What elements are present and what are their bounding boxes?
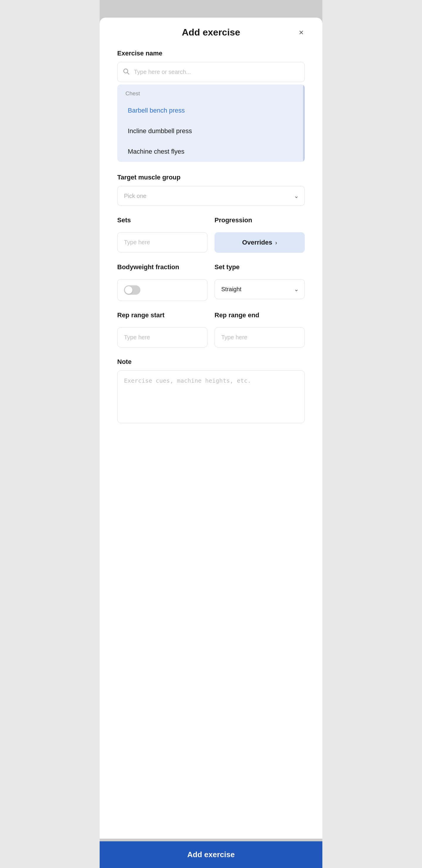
target-muscle-label: Target muscle group (117, 174, 305, 181)
exercise-name-label: Exercise name (117, 50, 305, 57)
target-muscle-wrapper: Pick one Chest Back Shoulders Arms Legs … (117, 186, 305, 206)
target-muscle-section: Target muscle group Pick one Chest Back … (117, 174, 305, 206)
bodyweight-group: Bodyweight fraction (117, 264, 207, 301)
progression-group: Progression Overrides › (215, 216, 305, 253)
overrides-button-label: Overrides (242, 239, 272, 246)
dropdown-item-incline-dumbbell[interactable]: Incline dumbbell press (120, 121, 302, 141)
dropdown-category: Chest (117, 85, 305, 100)
rep-range-start-label: Rep range start (117, 311, 207, 319)
close-button[interactable]: × (298, 27, 305, 38)
bodyweight-label: Bodyweight fraction (117, 264, 207, 271)
sets-progression-row: Sets Progression Overrides › (117, 216, 305, 253)
dropdown-item-machine-chest[interactable]: Machine chest flyes (120, 141, 302, 162)
search-icon (123, 68, 130, 76)
note-label: Note (117, 358, 305, 366)
note-section: Note (117, 358, 305, 424)
svg-line-1 (128, 72, 129, 74)
set-type-label: Set type (215, 264, 305, 271)
add-exercise-button[interactable]: Add exercise (100, 841, 322, 868)
toggle-thumb (125, 286, 132, 294)
exercise-search-input[interactable] (117, 62, 305, 82)
rep-range-start-input[interactable] (117, 327, 207, 347)
modal-title: Add exercise (182, 27, 240, 38)
note-textarea[interactable] (117, 370, 305, 423)
rep-range-end-group: Rep range end (215, 311, 305, 347)
sets-input[interactable] (117, 232, 207, 252)
chevron-right-icon: › (275, 239, 277, 246)
sets-label: Sets (117, 216, 207, 224)
rep-range-end-input[interactable] (215, 327, 305, 347)
set-type-group: Set type Straight Drop set Super set Gia… (215, 264, 305, 301)
dropdown-item-barbell-bench-press[interactable]: Barbell bench press (120, 100, 302, 121)
progression-label: Progression (215, 216, 305, 224)
overrides-button[interactable]: Overrides › (215, 232, 305, 253)
bodyweight-settype-row: Bodyweight fraction Set type Straight Dr… (117, 264, 305, 301)
rep-range-end-label: Rep range end (215, 311, 305, 319)
page-wrapper: Add exercise × Exercise name Chest Barbe… (100, 0, 322, 868)
modal-header: Add exercise × (117, 27, 305, 38)
exercise-name-section: Exercise name Chest Barbell bench press … (117, 50, 305, 162)
bodyweight-toggle-wrapper (117, 279, 207, 301)
exercise-dropdown-list: Chest Barbell bench press Incline dumbbe… (117, 85, 305, 162)
rep-range-row: Rep range start Rep range end (117, 311, 305, 347)
sets-group: Sets (117, 216, 207, 253)
modal: Add exercise × Exercise name Chest Barbe… (100, 18, 322, 839)
target-muscle-select[interactable]: Pick one Chest Back Shoulders Arms Legs … (117, 186, 305, 206)
set-type-select[interactable]: Straight Drop set Super set Giant set (215, 279, 305, 299)
bodyweight-toggle[interactable] (124, 285, 140, 295)
set-type-wrapper: Straight Drop set Super set Giant set ⌄ (215, 279, 305, 299)
rep-range-start-group: Rep range start (117, 311, 207, 347)
search-wrapper (117, 62, 305, 82)
